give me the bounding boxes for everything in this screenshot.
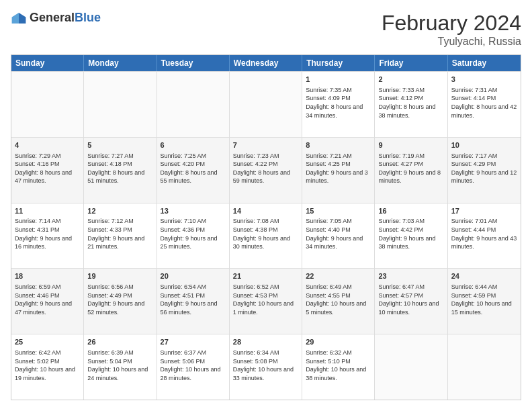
generalblue-logo-icon bbox=[11, 11, 27, 25]
day-info: Sunrise: 7:08 AM Sunset: 4:38 PM Dayligh… bbox=[233, 217, 298, 250]
day-info: Sunrise: 6:54 AM Sunset: 4:51 PM Dayligh… bbox=[161, 283, 226, 316]
calendar-cell: 10Sunrise: 7:17 AM Sunset: 4:29 PM Dayli… bbox=[448, 138, 521, 203]
day-info: Sunrise: 7:14 AM Sunset: 4:31 PM Dayligh… bbox=[15, 217, 80, 250]
calendar-cell: 15Sunrise: 7:05 AM Sunset: 4:40 PM Dayli… bbox=[302, 203, 375, 269]
calendar-cell: 21Sunrise: 6:52 AM Sunset: 4:53 PM Dayli… bbox=[230, 269, 302, 334]
header-sunday: Sunday bbox=[11, 55, 84, 71]
calendar-cell: 6Sunrise: 7:25 AM Sunset: 4:20 PM Daylig… bbox=[157, 138, 230, 203]
calendar-cell: 19Sunrise: 6:56 AM Sunset: 4:49 PM Dayli… bbox=[84, 269, 157, 334]
calendar-cell: 7Sunrise: 7:23 AM Sunset: 4:22 PM Daylig… bbox=[230, 138, 302, 203]
day-number: 13 bbox=[161, 206, 226, 216]
day-info: Sunrise: 7:01 AM Sunset: 4:44 PM Dayligh… bbox=[451, 217, 517, 250]
title-block: February 2024 Tyulyachi, Russia bbox=[382, 11, 521, 48]
calendar-cell bbox=[448, 334, 521, 400]
day-info: Sunrise: 7:05 AM Sunset: 4:40 PM Dayligh… bbox=[306, 217, 371, 250]
day-number: 12 bbox=[87, 206, 152, 216]
calendar-cell: 13Sunrise: 7:10 AM Sunset: 4:36 PM Dayli… bbox=[157, 203, 230, 269]
day-number: 26 bbox=[87, 337, 152, 347]
logo-general: General bbox=[30, 11, 75, 24]
day-number: 5 bbox=[87, 140, 152, 150]
day-number: 20 bbox=[161, 271, 226, 281]
day-info: Sunrise: 7:33 AM Sunset: 4:12 PM Dayligh… bbox=[378, 86, 443, 120]
day-number: 6 bbox=[161, 140, 226, 150]
calendar-cell: 12Sunrise: 7:12 AM Sunset: 4:33 PM Dayli… bbox=[84, 203, 157, 269]
day-info: Sunrise: 7:27 AM Sunset: 4:18 PM Dayligh… bbox=[87, 152, 152, 185]
day-number: 2 bbox=[378, 75, 443, 85]
day-number: 17 bbox=[451, 206, 517, 216]
calendar-cell bbox=[11, 72, 84, 137]
day-number: 7 bbox=[233, 140, 298, 150]
calendar-cell bbox=[230, 72, 302, 137]
day-number: 28 bbox=[233, 337, 298, 347]
header-monday: Monday bbox=[84, 55, 157, 71]
calendar-cell: 25Sunrise: 6:42 AM Sunset: 5:02 PM Dayli… bbox=[11, 334, 84, 400]
day-number: 3 bbox=[451, 75, 517, 85]
calendar-cell: 18Sunrise: 6:59 AM Sunset: 4:46 PM Dayli… bbox=[11, 269, 84, 334]
header: GeneralBlue February 2024 Tyulyachi, Rus… bbox=[11, 11, 521, 48]
day-number: 15 bbox=[306, 206, 371, 216]
day-number: 18 bbox=[15, 271, 80, 281]
day-info: Sunrise: 6:49 AM Sunset: 4:55 PM Dayligh… bbox=[306, 283, 371, 316]
day-number: 8 bbox=[306, 140, 371, 150]
day-info: Sunrise: 7:12 AM Sunset: 4:33 PM Dayligh… bbox=[87, 217, 152, 250]
calendar-cell bbox=[375, 334, 447, 400]
day-number: 10 bbox=[451, 140, 517, 150]
day-number: 25 bbox=[15, 337, 80, 347]
calendar-cell: 3Sunrise: 7:31 AM Sunset: 4:14 PM Daylig… bbox=[448, 72, 521, 137]
calendar-cell bbox=[157, 72, 230, 137]
logo-text: GeneralBlue bbox=[30, 11, 101, 25]
logo: GeneralBlue bbox=[11, 11, 101, 25]
day-info: Sunrise: 7:10 AM Sunset: 4:36 PM Dayligh… bbox=[161, 217, 226, 250]
day-number: 11 bbox=[15, 206, 80, 216]
day-info: Sunrise: 6:39 AM Sunset: 5:04 PM Dayligh… bbox=[87, 349, 152, 382]
calendar-cell: 29Sunrise: 6:32 AM Sunset: 5:10 PM Dayli… bbox=[302, 334, 375, 400]
calendar-cell: 16Sunrise: 7:03 AM Sunset: 4:42 PM Dayli… bbox=[375, 203, 447, 269]
day-info: Sunrise: 6:42 AM Sunset: 5:02 PM Dayligh… bbox=[15, 349, 80, 382]
calendar-cell: 4Sunrise: 7:29 AM Sunset: 4:16 PM Daylig… bbox=[11, 138, 84, 203]
calendar-week-3: 11Sunrise: 7:14 AM Sunset: 4:31 PM Dayli… bbox=[11, 203, 521, 269]
calendar-cell: 22Sunrise: 6:49 AM Sunset: 4:55 PM Dayli… bbox=[302, 269, 375, 334]
day-number: 16 bbox=[378, 206, 443, 216]
calendar-cell: 28Sunrise: 6:34 AM Sunset: 5:08 PM Dayli… bbox=[230, 334, 302, 400]
calendar-week-4: 18Sunrise: 6:59 AM Sunset: 4:46 PM Dayli… bbox=[11, 268, 521, 334]
day-info: Sunrise: 7:35 AM Sunset: 4:09 PM Dayligh… bbox=[306, 86, 371, 120]
day-info: Sunrise: 7:23 AM Sunset: 4:22 PM Dayligh… bbox=[233, 152, 298, 185]
calendar: Sunday Monday Tuesday Wednesday Thursday… bbox=[11, 54, 521, 400]
calendar-cell: 9Sunrise: 7:19 AM Sunset: 4:27 PM Daylig… bbox=[375, 138, 447, 203]
day-number: 1 bbox=[306, 75, 371, 85]
day-number: 4 bbox=[15, 140, 80, 150]
calendar-cell: 1Sunrise: 7:35 AM Sunset: 4:09 PM Daylig… bbox=[302, 72, 375, 137]
location: Tyulyachi, Russia bbox=[382, 36, 521, 48]
header-wednesday: Wednesday bbox=[230, 55, 302, 71]
day-info: Sunrise: 6:44 AM Sunset: 4:59 PM Dayligh… bbox=[451, 283, 517, 316]
day-number: 22 bbox=[306, 271, 371, 281]
day-number: 9 bbox=[378, 140, 443, 150]
page: GeneralBlue February 2024 Tyulyachi, Rus… bbox=[0, 0, 532, 411]
day-number: 29 bbox=[306, 337, 371, 347]
day-info: Sunrise: 6:59 AM Sunset: 4:46 PM Dayligh… bbox=[15, 283, 80, 316]
day-info: Sunrise: 7:17 AM Sunset: 4:29 PM Dayligh… bbox=[451, 152, 517, 185]
day-info: Sunrise: 7:21 AM Sunset: 4:25 PM Dayligh… bbox=[306, 152, 371, 185]
day-info: Sunrise: 7:31 AM Sunset: 4:14 PM Dayligh… bbox=[451, 86, 517, 120]
day-info: Sunrise: 6:37 AM Sunset: 5:06 PM Dayligh… bbox=[161, 349, 226, 382]
day-info: Sunrise: 6:56 AM Sunset: 4:49 PM Dayligh… bbox=[87, 283, 152, 316]
calendar-cell: 5Sunrise: 7:27 AM Sunset: 4:18 PM Daylig… bbox=[84, 138, 157, 203]
calendar-cell: 24Sunrise: 6:44 AM Sunset: 4:59 PM Dayli… bbox=[448, 269, 521, 334]
month-title: February 2024 bbox=[382, 11, 521, 36]
day-number: 21 bbox=[233, 271, 298, 281]
calendar-cell: 2Sunrise: 7:33 AM Sunset: 4:12 PM Daylig… bbox=[375, 72, 447, 137]
calendar-cell: 17Sunrise: 7:01 AM Sunset: 4:44 PM Dayli… bbox=[448, 203, 521, 269]
day-number: 14 bbox=[233, 206, 298, 216]
calendar-cell: 27Sunrise: 6:37 AM Sunset: 5:06 PM Dayli… bbox=[157, 334, 230, 400]
day-number: 24 bbox=[451, 271, 517, 281]
day-info: Sunrise: 7:25 AM Sunset: 4:20 PM Dayligh… bbox=[161, 152, 226, 185]
calendar-cell: 11Sunrise: 7:14 AM Sunset: 4:31 PM Dayli… bbox=[11, 203, 84, 269]
calendar-cell: 20Sunrise: 6:54 AM Sunset: 4:51 PM Dayli… bbox=[157, 269, 230, 334]
calendar-cell: 14Sunrise: 7:08 AM Sunset: 4:38 PM Dayli… bbox=[230, 203, 302, 269]
day-info: Sunrise: 6:34 AM Sunset: 5:08 PM Dayligh… bbox=[233, 349, 298, 382]
day-number: 23 bbox=[378, 271, 443, 281]
calendar-week-2: 4Sunrise: 7:29 AM Sunset: 4:16 PM Daylig… bbox=[11, 137, 521, 203]
day-info: Sunrise: 7:03 AM Sunset: 4:42 PM Dayligh… bbox=[378, 217, 443, 250]
calendar-cell: 8Sunrise: 7:21 AM Sunset: 4:25 PM Daylig… bbox=[302, 138, 375, 203]
day-info: Sunrise: 6:52 AM Sunset: 4:53 PM Dayligh… bbox=[233, 283, 298, 316]
